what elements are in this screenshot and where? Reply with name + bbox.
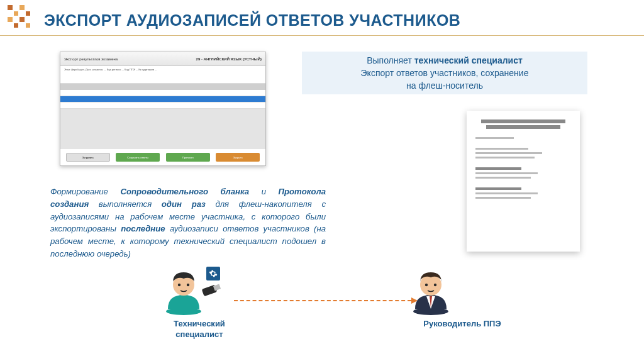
svg-point-9 [434,284,436,286]
document-preview [467,111,580,252]
gear-badge-icon [206,267,220,280]
mgr-person: Руководитель ППЭ [409,267,516,330]
btn-export: Сохранить ответы [116,153,160,162]
paragraph: Формирование Сопроводительного бланка и … [50,186,326,260]
mgr-avatar-icon [409,267,453,315]
title-underline [0,35,644,36]
usb-icon [201,283,221,296]
app-screenshot: Экспорт результатов экзамена 29 - АНГЛИЙ… [60,52,266,166]
info-box: Выполняет технический специалист Экспорт… [302,52,587,94]
svg-point-8 [425,284,428,286]
btn-protocol: Протокол [166,153,210,162]
app-title-left: Экспорт результатов экзамена [64,57,118,61]
info-line1-pre: Выполняет [367,55,414,65]
page-title: ЭКСПОРТ АУДИОЗАПИСЕЙ ОТВЕТОВ УЧАСТНИКОВ [44,11,460,30]
app-grid [60,84,265,149]
info-line3: на флеш-носитель [406,79,483,92]
tech-avatar-icon [162,267,206,315]
tech-label-1: Технический [174,319,225,328]
btn-load: Загрузить [66,153,110,162]
info-line1-bold: технический специалист [414,55,523,65]
mgr-label: Руководитель ППЭ [409,319,516,330]
info-line2: Экспорт ответов участников, сохранение [361,67,529,79]
app-desc: Этап: Апробация. Дата экзамена: ... Код … [60,66,265,84]
arrow [234,300,411,301]
tech-person: Технический специалист [162,267,237,340]
btn-close: Закрыть [216,153,260,162]
svg-point-3 [187,284,189,286]
tech-label-2: специалист [175,330,223,339]
app-buttons: Загрузить Сохранить ответы Протокол Закр… [60,149,265,165]
logo [8,5,30,28]
svg-point-2 [178,284,180,286]
app-title-right: 29 - АНГЛИЙСКИЙ ЯЗЫК (УСТНЫЙ) [196,57,262,61]
